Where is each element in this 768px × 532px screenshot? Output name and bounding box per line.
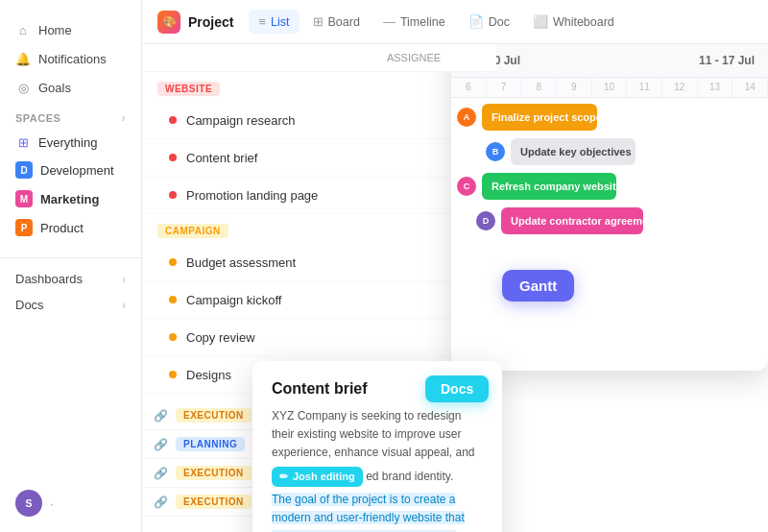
link-icon: 🔗 [154, 467, 168, 480]
list-icon: ≡ [258, 14, 266, 29]
tab-label: Timeline [400, 15, 445, 29]
sidebar-item-label: Dashboards [15, 272, 83, 286]
top-nav: 🎨 Project ≡ List ⊞ Board — Timeline 📄 Do… [142, 0, 768, 44]
sidebar-item-label: Docs [15, 298, 44, 312]
space-dot-product: P [15, 219, 33, 236]
tab-list[interactable]: ≡ List [249, 10, 299, 34]
pencil-icon: ✏ [279, 469, 288, 486]
tab-label: Doc [489, 15, 510, 29]
link-icon: 🔗 [154, 496, 168, 509]
gantt-bars-area: A Finalize project scope B Update key ob… [451, 98, 768, 248]
gantt-day: 8 [521, 78, 557, 97]
grid-icon: ⊞ [15, 134, 31, 150]
main-area: 🎨 Project ≡ List ⊞ Board — Timeline 📄 Do… [142, 0, 768, 532]
user-menu-dot: · [50, 496, 54, 511]
gantt-bar-row: D Update contractor agreement [476, 207, 762, 234]
sidebar-item-goals[interactable]: ◎ Goals [0, 73, 141, 102]
table-area: ASSIGNEE WEBSITE Campaign research A Con… [142, 44, 768, 532]
task-row[interactable]: Campaign kickoff E [142, 281, 496, 319]
task-name: Content brief [186, 151, 456, 165]
status-badge: EXECUTION [176, 495, 252, 509]
task-row[interactable]: Copy review F [142, 319, 496, 356]
sidebar-item-everything[interactable]: ⊞ Everything [0, 129, 141, 156]
task-row[interactable]: Campaign research A [142, 102, 496, 139]
gantt-bar: Update contractor agreement [501, 207, 643, 234]
table-header: ASSIGNEE [142, 44, 496, 72]
task-bullet [169, 371, 177, 378]
gantt-bar: Finalize project scope [482, 104, 597, 131]
task-bullet [169, 258, 177, 266]
status-badge: EXECUTION [176, 408, 252, 423]
tab-doc[interactable]: 📄 Doc [459, 10, 519, 34]
editing-user-label: Josh editing [293, 469, 355, 486]
sidebar-item-home[interactable]: ⌂ Home [0, 15, 141, 44]
status-badge: EXECUTION [176, 466, 252, 480]
tab-label: Whiteboard [553, 15, 614, 29]
sidebar-item-label: Marketing [40, 192, 99, 206]
sidebar-item-label: Everything [38, 135, 97, 150]
sidebar-item-dashboards[interactable]: Dashboards › [0, 266, 141, 292]
sidebar-item-docs[interactable]: Docs › [0, 292, 141, 318]
gantt-day: 14 [732, 78, 768, 97]
gantt-bar-row: A Finalize project scope [457, 104, 762, 131]
avatar: D [476, 211, 495, 230]
link-icon: 🔗 [154, 438, 168, 451]
chevron-right-icon: › [122, 299, 126, 312]
task-row[interactable]: Budget assessment D [142, 244, 496, 281]
tab-whiteboard[interactable]: ⬜ Whiteboard [523, 10, 624, 34]
col-assignee-header: ASSIGNEE [375, 52, 452, 63]
task-bullet [169, 191, 177, 199]
sidebar-item-marketing[interactable]: M Marketing [0, 184, 141, 213]
section-website-header: WEBSITE [142, 72, 496, 102]
gantt-bar: Refresh company website [482, 173, 616, 200]
task-name: Campaign kickoff [186, 293, 456, 307]
home-icon: ⌂ [15, 22, 31, 37]
chevron-right-icon: › [122, 273, 126, 286]
tab-label: List [271, 15, 289, 29]
task-bullet [169, 116, 177, 124]
task-name: Copy review [186, 330, 456, 345]
sidebar-user[interactable]: S · [0, 482, 69, 524]
gantt-day: 13 [698, 78, 733, 97]
docs-body-before: XYZ Company is seeking to redesign their… [272, 409, 475, 459]
project-title: Project [188, 14, 233, 30]
gantt-window: 04 - 10 Jul 11 - 17 Jul 6 7 8 9 10 11 12… [451, 44, 768, 371]
gantt-day: 6 [451, 78, 487, 97]
sidebar-item-product[interactable]: P Product [0, 213, 141, 242]
tab-label: Board [328, 15, 360, 29]
task-row[interactable]: Promotion landing page C [142, 177, 496, 214]
space-dot-marketing: M [15, 190, 33, 207]
avatar: C [457, 177, 476, 196]
gantt-bar-row: C Refresh company website [457, 173, 762, 200]
task-name: Campaign research [186, 113, 456, 128]
sidebar-item-label: Goals [38, 81, 71, 95]
tab-timeline[interactable]: — Timeline [373, 10, 455, 34]
task-name: Budget assessment [186, 255, 456, 270]
spaces-section: Spaces › [0, 102, 141, 129]
sidebar-item-notifications[interactable]: 🔔 Notifications [0, 44, 141, 73]
section-tag-campaign: CAMPAIGN [157, 224, 228, 238]
timeline-icon: — [383, 14, 396, 29]
goals-icon: ◎ [15, 80, 31, 95]
section-campaign-header: CAMPAIGN [142, 214, 496, 244]
sidebar-bottom-section: Dashboards › Docs › [0, 257, 141, 318]
avatar: S [15, 490, 42, 517]
project-icon: 🎨 [157, 11, 180, 34]
sidebar-item-label: Notifications [38, 52, 107, 66]
docs-body-after: ed brand identity. [366, 470, 453, 483]
tab-board[interactable]: ⊞ Board [303, 10, 370, 34]
space-dot-development: D [15, 161, 33, 179]
sidebar-item-label: Product [40, 221, 84, 235]
avatar: A [457, 108, 476, 127]
task-row[interactable]: Content brief B [142, 139, 496, 177]
link-icon: 🔗 [154, 409, 168, 423]
task-name: Promotion landing page [186, 188, 456, 203]
docs-badge: Docs [425, 375, 489, 402]
task-bullet [169, 154, 177, 161]
gantt-day: 10 [592, 78, 628, 97]
sidebar-item-development[interactable]: D Development [0, 156, 141, 184]
section-tag-website: WEBSITE [157, 82, 220, 96]
gantt-week-label2: 11 - 17 Jul [699, 54, 755, 67]
task-bullet [169, 296, 177, 303]
gantt-badge: Gantt [502, 270, 574, 302]
